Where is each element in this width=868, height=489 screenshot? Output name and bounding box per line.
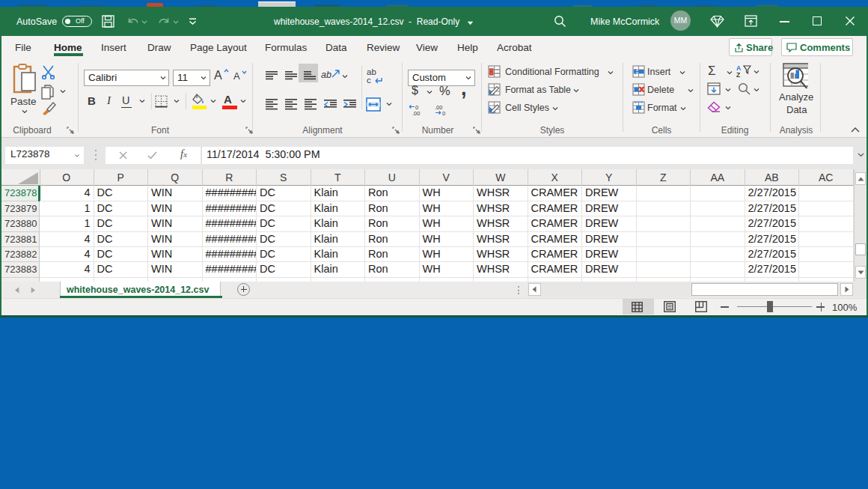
svg-text:.00: .00 bbox=[435, 104, 442, 111]
svg-text:0: 0 bbox=[442, 110, 445, 117]
svg-text:Z: Z bbox=[736, 71, 740, 78]
svg-text:.00: .00 bbox=[412, 110, 420, 117]
